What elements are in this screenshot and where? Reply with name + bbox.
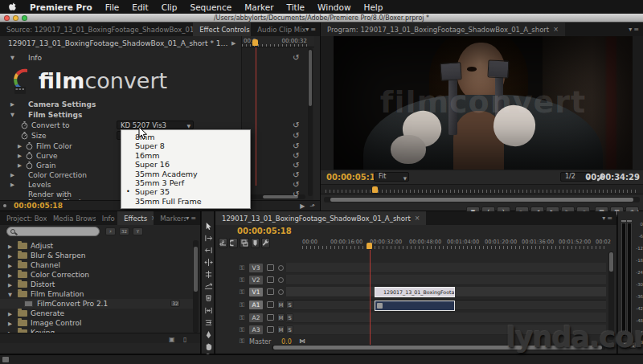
toggle-track-output-icon[interactable] — [278, 277, 284, 283]
triangle-right-icon[interactable]: ▶ — [8, 272, 12, 279]
slide-tool[interactable] — [203, 317, 214, 328]
hand-tool[interactable] — [203, 342, 214, 352]
menu-title[interactable]: Title — [287, 2, 305, 12]
tab-audio-clip-mixer[interactable]: Audio Clip Mixer — [251, 22, 305, 36]
accelerated-effects-filter-icon[interactable]: ⚡ — [105, 227, 116, 235]
menu-clip[interactable]: Clip — [162, 2, 178, 12]
timeline-settings-wrench-icon[interactable] — [261, 238, 270, 248]
program-video-frame[interactable]: filmconvert — [334, 36, 633, 170]
timeline-playhead-line[interactable] — [370, 250, 371, 345]
effects-folder-generate[interactable]: ▶ Generate — [0, 309, 193, 318]
rate-stretch-tool[interactable] — [203, 281, 214, 292]
effects-folder-film-emulation[interactable]: ▼ Film Emulation — [0, 289, 193, 299]
menu-marker[interactable]: Marker — [244, 2, 273, 12]
stopwatch-icon[interactable] — [21, 132, 28, 140]
new-folder-icon[interactable]: ▣ — [169, 336, 175, 343]
triangle-right-icon[interactable]: ▶ — [18, 153, 22, 159]
program-time-ruler[interactable] — [321, 184, 643, 194]
video-clip[interactable]: 129017_13_01_BoxingFootage — [375, 287, 455, 297]
triangle-right-icon[interactable]: ▶ — [8, 282, 12, 288]
convert-to-dropdown[interactable]: KD 5207 Vis3 ▼ — [117, 121, 194, 129]
stopwatch-icon[interactable] — [26, 162, 33, 170]
effect-item-filmconvert-pro[interactable]: FilmConvert Pro 2.1 32 — [0, 299, 193, 309]
timeline-timecode[interactable]: 00:00:05:18 — [237, 227, 292, 235]
stopwatch-icon[interactable] — [26, 142, 33, 150]
track-lane-v2[interactable] — [286, 275, 606, 285]
audio-clip[interactable] — [375, 301, 455, 311]
tab-source-monitor[interactable]: Source: 129017_13_01_BoxingFootage_Shado… — [0, 22, 193, 36]
lock-icon[interactable]: ⚿ — [240, 276, 245, 284]
apple-icon[interactable] — [8, 2, 17, 12]
add-marker-icon[interactable] — [251, 238, 260, 248]
close-icon[interactable]: × — [415, 215, 420, 222]
effects-folder-image-control[interactable]: ▶ Image Control — [0, 318, 193, 328]
solo-button[interactable]: S — [286, 313, 293, 321]
track-label-a1[interactable]: A1 — [249, 301, 263, 309]
play-around-icon[interactable]: ▶ — [300, 202, 305, 210]
nest-insert-toggle-icon[interactable] — [219, 238, 227, 248]
lock-icon[interactable]: ⚿ — [240, 288, 245, 296]
menu-sequence[interactable]: Sequence — [190, 2, 231, 12]
lock-icon[interactable]: ⚿ — [240, 314, 245, 321]
lock-icon[interactable]: ⚿ — [240, 264, 245, 272]
menu-item-35mm-academy[interactable]: 35mm Academy — [121, 170, 250, 178]
track-select-forward-tool[interactable] — [203, 233, 214, 243]
snap-magnet-icon[interactable] — [229, 238, 238, 248]
reset-icon[interactable]: ↺ — [293, 141, 299, 150]
effects-folder-adjust[interactable]: ▶ Adjust — [0, 241, 193, 251]
triangle-down-icon[interactable]: ▼ — [10, 112, 14, 118]
tab-markers[interactable]: Markers — [154, 211, 186, 225]
menu-premiere-pro[interactable]: Premiere Pro — [30, 2, 92, 12]
menu-item-super-8[interactable]: Super 8 — [121, 141, 250, 150]
triangle-right-icon[interactable]: ▶ — [8, 311, 12, 317]
lock-icon[interactable]: ⚿ — [240, 326, 245, 333]
triangle-right-icon[interactable]: ▶ — [10, 172, 14, 178]
triangle-down-icon[interactable]: ▼ — [10, 55, 14, 61]
timeline-playhead-marker[interactable] — [367, 243, 372, 249]
yuv-filter-icon[interactable]: Y — [133, 227, 143, 235]
triangle-right-icon[interactable]: ▶ — [8, 321, 12, 327]
reset-icon[interactable]: ↺ — [293, 131, 299, 140]
program-playhead-marker[interactable] — [372, 186, 378, 193]
mute-button[interactable]: M — [277, 325, 285, 333]
effects-folder-blur-sharpen[interactable]: ▶ Blur & Sharpen — [0, 251, 193, 260]
reset-icon[interactable]: ↺ — [293, 121, 299, 129]
slip-tool[interactable] — [203, 305, 214, 316]
source-patch-icon[interactable] — [267, 288, 274, 295]
ec-row-camera-settings[interactable]: ▶ Camera Settings — [0, 100, 241, 109]
tab-info[interactable]: Info — [96, 211, 117, 225]
effects-folder-channel[interactable]: ▶ Channel — [0, 260, 193, 270]
solo-button[interactable]: S — [286, 301, 293, 309]
ec-playhead-marker[interactable] — [252, 39, 258, 46]
triangle-right-icon[interactable]: ▶ — [18, 143, 22, 149]
source-patch-icon[interactable] — [267, 276, 274, 283]
program-timecode[interactable]: 00:00:05:18 — [326, 173, 381, 182]
ec-row-info[interactable]: ▼ Info ↺ — [0, 53, 241, 63]
chevron-right-icon[interactable]: ▶ — [231, 40, 235, 47]
stopwatch-icon[interactable] — [26, 152, 33, 160]
track-label-a2[interactable]: A2 — [249, 313, 263, 322]
solo-button[interactable]: S — [286, 325, 293, 333]
panel-menu-icon[interactable]: ▾≡ — [186, 211, 200, 225]
razor-tool[interactable] — [203, 293, 214, 304]
stopwatch-icon[interactable] — [21, 121, 28, 129]
triangle-right-icon[interactable]: ▶ — [8, 253, 12, 260]
track-label-v2[interactable]: V2 — [249, 276, 263, 284]
triangle-right-icon[interactable]: ▶ — [10, 182, 14, 188]
linked-selection-icon[interactable] — [240, 238, 248, 248]
panel-menu-icon[interactable]: ▾≡ — [629, 22, 643, 36]
reset-icon[interactable]: ↺ — [293, 180, 299, 189]
mute-button[interactable]: M — [277, 313, 285, 321]
track-lane-v1[interactable]: 129017_13_01_BoxingFootage — [286, 287, 606, 297]
menu-edit[interactable]: Edit — [132, 2, 148, 12]
effects-scrollbar[interactable] — [193, 240, 199, 333]
menu-file[interactable]: File — [105, 2, 120, 12]
tab-media-browser[interactable]: Media Browser — [47, 211, 96, 225]
reset-icon[interactable]: ↺ — [293, 190, 299, 198]
menu-item-16mm[interactable]: 16mm — [121, 151, 250, 160]
source-patch-icon[interactable] — [267, 264, 274, 271]
selection-tool[interactable] — [203, 221, 214, 231]
menu-item-super-35[interactable]: • Super 35 — [121, 187, 250, 196]
track-select-backward-tool[interactable] — [203, 245, 214, 256]
32bit-filter-icon[interactable]: 32 — [119, 227, 129, 235]
